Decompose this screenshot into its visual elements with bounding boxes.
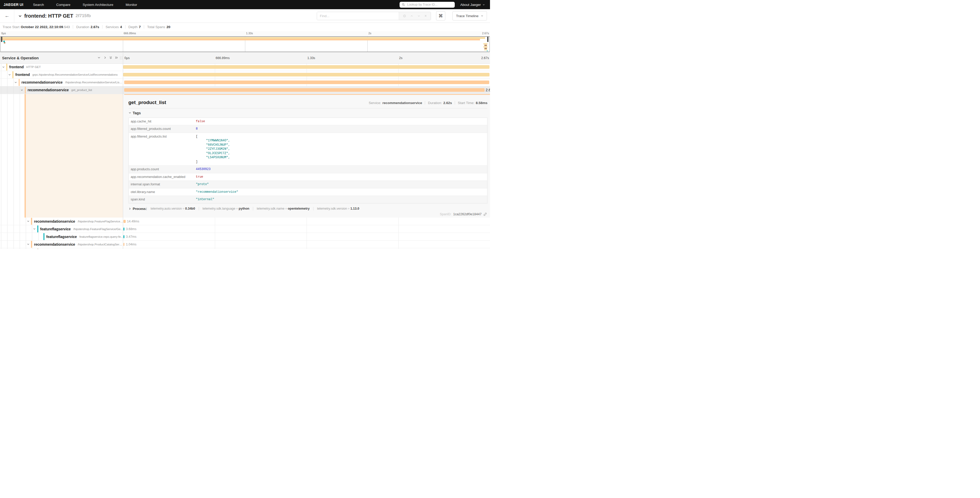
minimap-span-bar <box>484 48 487 49</box>
minimap-tick-1: 666.89ms <box>124 32 136 35</box>
collapse-one-icon[interactable] <box>97 56 101 59</box>
trace-title-bar: ← frontend: HTTP GET 2f715fb ⌘ Trace Tim… <box>0 9 490 23</box>
minimap-left-scrubber[interactable] <box>1 37 2 42</box>
nav-item-search[interactable]: Search <box>27 3 50 6</box>
jaeger-logo[interactable]: JAEGER UI <box>0 3 27 6</box>
tags-section-toggle[interactable]: Tags <box>129 111 488 115</box>
back-button[interactable]: ← <box>0 9 14 22</box>
find-controls <box>399 12 431 20</box>
span-bar-cell[interactable] <box>123 64 490 71</box>
process-key: telemetry.sdk.language <box>203 207 235 211</box>
minimap-canvas[interactable] <box>0 36 490 52</box>
span-duration-bar[interactable] <box>123 220 126 223</box>
tag-row: app.filtered_products.count 8 <box>129 125 487 133</box>
minimap-span-bar <box>484 45 487 46</box>
span-name-cell: featureflagservice/hipstershop.FeatureFl… <box>0 225 123 233</box>
trace-id-lookup-box[interactable] <box>399 2 455 8</box>
span-row-recsvc-productcatalog[interactable]: recommendationservice/hipstershop.Produc… <box>0 241 490 248</box>
prev-match-icon[interactable] <box>410 14 414 18</box>
chevron-down-icon[interactable] <box>33 228 36 230</box>
column-resizer[interactable] <box>120 56 122 59</box>
span-id-footer: SpanID: 1ca2262df0e18447 <box>440 212 487 216</box>
process-section-toggle[interactable]: Process: <box>129 207 147 211</box>
span-duration-bar[interactable] <box>123 65 490 69</box>
collapse-trace-chevron[interactable] <box>18 14 22 18</box>
span-name-cell: recommendationservice/hipstershop.Featur… <box>0 217 123 225</box>
chevron-down-icon[interactable] <box>21 89 23 91</box>
span-row-recsvc-featureflag[interactable]: recommendationservice/hipstershop.Featur… <box>0 217 490 225</box>
expand-one-icon[interactable] <box>103 56 107 59</box>
tag-key: app.filtered_products.count <box>129 125 196 132</box>
span-name-cell: recommendationservice/hipstershop.Recomm… <box>0 79 123 86</box>
list-item: OLJCESPC7Z <box>206 152 230 155</box>
tag-key: otel.library.name <box>129 188 196 196</box>
chevron-down-icon[interactable] <box>8 73 11 76</box>
span-id-label: SpanID: <box>440 212 451 216</box>
next-match-icon[interactable] <box>417 14 420 18</box>
collapse-all-icon[interactable] <box>109 56 113 59</box>
nav-item-monitor[interactable]: Monitor <box>119 3 143 6</box>
chevron-right-icon <box>129 208 131 210</box>
span-bar-cell[interactable]: 2.62s <box>123 86 490 94</box>
nav-item-system-architecture[interactable]: System Architecture <box>76 3 119 6</box>
span-row-frontend-grpc[interactable]: frontendgrpc.hipstershop.RecommendationS… <box>0 71 490 79</box>
span-row-featureflagservice-repo-query[interactable]: featureflagservicefeatureflagservice.rep… <box>0 233 490 241</box>
trace-view-label: Trace Timeline <box>456 14 479 18</box>
depth-value: 7 <box>139 25 141 29</box>
timeline-tick-2: 1.33s <box>307 53 315 64</box>
chevron-down-icon[interactable] <box>27 243 30 246</box>
trace-id-lookup-input[interactable] <box>407 3 452 6</box>
span-bar-cell[interactable]: 3.47ms <box>123 233 490 240</box>
chevron-down-icon[interactable] <box>2 66 5 69</box>
service-name: featureflagservice <box>46 235 77 239</box>
operation-name: /hipstershop.FeatureFlagService/Ge… <box>73 228 123 231</box>
span-row-recommendationservice-list[interactable]: recommendationservice/hipstershop.Recomm… <box>0 79 490 86</box>
span-bar-cell[interactable]: 1.04ms <box>123 241 490 248</box>
minimap-right-scrubber[interactable] <box>487 37 488 42</box>
expand-all-icon[interactable] <box>115 56 118 59</box>
span-duration-bar[interactable] <box>124 81 489 84</box>
service-color-bar <box>24 94 26 218</box>
span-detail-panel: get_product_list Service: recommendation… <box>123 94 490 218</box>
span-row-frontend-http-get[interactable]: frontendHTTP GET <box>0 64 490 71</box>
span-duration-bar[interactable] <box>123 73 490 77</box>
bracket-open: [ <box>196 135 198 138</box>
process-item: telemetry.sdk.name=opentelemetry <box>253 207 313 211</box>
clear-find-icon[interactable] <box>424 14 427 18</box>
span-bar-cell[interactable] <box>123 79 490 86</box>
timeline-tick-3: 2s <box>399 53 402 64</box>
locate-icon[interactable] <box>402 14 406 18</box>
span-bar-cell[interactable] <box>123 248 490 249</box>
detail-left-column <box>0 94 123 218</box>
span-duration-bar[interactable] <box>123 228 124 231</box>
span-row-partial[interactable] <box>0 248 490 249</box>
span-bar-cell[interactable]: 3.68ms <box>123 225 490 233</box>
about-jaeger-menu[interactable]: About Jaeger <box>460 3 485 6</box>
tag-row: internal.span.format proto <box>129 181 487 188</box>
tag-key: span.kind <box>129 196 196 203</box>
span-name-cell <box>0 248 123 249</box>
span-row-featureflagservice-get[interactable]: featureflagservice/hipstershop.FeatureFl… <box>0 225 490 233</box>
nav-item-compare[interactable]: Compare <box>50 3 76 6</box>
keyboard-shortcuts-button[interactable]: ⌘ <box>436 11 445 21</box>
find-input[interactable] <box>317 12 399 20</box>
trace-start-label: Trace Start <box>3 25 19 29</box>
chevron-down-icon[interactable] <box>14 81 17 84</box>
span-duration-bar[interactable] <box>123 243 124 246</box>
span-duration-bar[interactable] <box>123 235 124 238</box>
span-duration-bar[interactable] <box>124 88 485 92</box>
tag-value: true <box>196 175 204 179</box>
column-divider[interactable] <box>123 53 123 249</box>
chevron-down-icon[interactable] <box>27 220 30 223</box>
service-name: frontend <box>9 65 24 69</box>
span-bar-cell[interactable] <box>123 71 490 78</box>
span-bar-cell[interactable]: 14.49ms <box>123 217 490 225</box>
link-icon[interactable] <box>484 212 487 216</box>
operation-name: /hipstershop.ProductCatalogSer… <box>78 243 123 246</box>
span-row-get-product-list[interactable]: recommendationserviceget_product_list 2.… <box>0 86 490 94</box>
detail-title-bar: get_product_list Service: recommendation… <box>129 94 488 109</box>
find-box <box>317 12 431 20</box>
divider <box>144 25 144 29</box>
trace-view-selector[interactable]: Trace Timeline <box>452 11 487 21</box>
detail-start-label: Start Time: <box>458 101 474 105</box>
